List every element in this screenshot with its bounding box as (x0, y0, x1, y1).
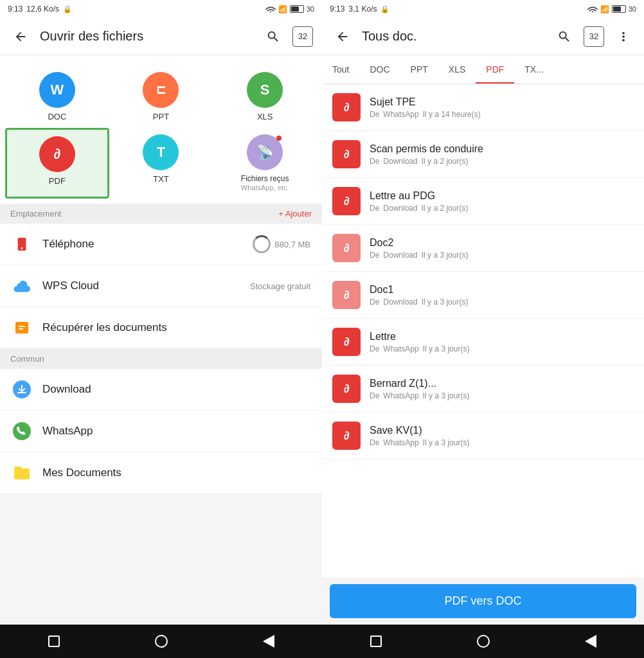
doc-name-5: Lettre (370, 331, 634, 342)
tab-txt[interactable]: TX... (514, 55, 554, 84)
tab-ppt[interactable]: PPT (400, 55, 438, 84)
storage-indicator (253, 235, 271, 253)
right-battery-icon (612, 5, 626, 13)
recuperer-name: Récupérer les documents (42, 321, 310, 334)
folder-icon (12, 463, 32, 483)
left-badge[interactable]: 32 (292, 26, 313, 47)
doc-source-0: WhatsApp (383, 110, 418, 119)
right-privacy-icon: 🔒 (380, 5, 389, 13)
convert-button[interactable]: PDF vers DOC (330, 584, 636, 618)
doc-source-label-7: De (370, 438, 379, 447)
right-panel: 9:13 3,1 Ko/s 🔒 📶 30 Tous doc. 32 (322, 0, 644, 658)
location-whatsapp[interactable]: WhatsApp (0, 411, 322, 452)
right-nav-home-button[interactable] (470, 628, 496, 654)
right-time: 9:13 (330, 4, 344, 13)
tab-pdf[interactable]: PDF (476, 55, 514, 84)
file-type-xls[interactable]: S XLS (213, 66, 317, 128)
file-type-pdf[interactable]: ∂ PDF (5, 128, 109, 199)
left-back-button[interactable] (9, 25, 32, 48)
file-type-doc[interactable]: W DOC (5, 66, 109, 128)
doc-item-5[interactable]: ∂ Lettre De WhatsApp Il y a 3 jour(s) (322, 319, 644, 366)
doc-source-5: WhatsApp (383, 344, 418, 353)
left-panel: 9:13 12,6 Ko/s 🔒 📶 30 Ouvrir des fichier… (0, 0, 322, 658)
doc-time-5: Il y a 3 jour(s) (423, 344, 470, 353)
location-download[interactable]: Download (0, 369, 322, 411)
tab-tout[interactable]: Tout (322, 55, 359, 84)
ppt-icon: ⊏ (143, 72, 179, 108)
doc-item-6[interactable]: ∂ Bernard Z(1)... De WhatsApp Il y a 3 j… (322, 366, 644, 413)
doc-item-0[interactable]: ∂ Sujet TPE De WhatsApp Il y a 14 heure(… (322, 84, 644, 131)
doc-item-2[interactable]: ∂ Lettre au PDG De Download Il y a 2 jou… (322, 178, 644, 225)
left-speed: 12,6 Ko/s (26, 4, 59, 13)
doc-meta-3: De Download Il y a 3 jour(s) (370, 251, 634, 260)
xls-icon: S (247, 72, 283, 108)
location-section-label: Emplacement (10, 209, 61, 218)
download-name: Download (42, 383, 310, 396)
file-type-txt[interactable]: T TXT (109, 128, 213, 199)
location-mesdocs[interactable]: Mes Documents (0, 452, 322, 494)
doc-source-3: Download (383, 251, 417, 260)
left-battery-label: 30 (307, 5, 314, 13)
doc-meta-2: De Download Il y a 2 jour(s) (370, 204, 634, 213)
tab-doc[interactable]: DOC (359, 55, 400, 84)
whatsapp-name: WhatsApp (42, 425, 310, 438)
pdf-icon: ∂ (39, 136, 75, 172)
right-back-button[interactable] (331, 25, 354, 48)
doc-item-1[interactable]: ∂ Scan permis de conduire De Download Il… (322, 131, 644, 178)
tabs-bar: Tout DOC PPT XLS PDF TX... (322, 55, 644, 84)
mesdocs-name: Mes Documents (42, 467, 310, 479)
file-type-ppt[interactable]: ⊏ PPT (109, 66, 213, 128)
doc-meta-7: De WhatsApp Il y a 3 jour(s) (370, 438, 634, 447)
location-recuperer[interactable]: Récupérer les documents (0, 307, 322, 349)
doc-item-4[interactable]: ∂ Doc1 De Download Il y a 3 jour(s) (322, 272, 644, 319)
right-badge[interactable]: 32 (584, 26, 604, 47)
add-location-button[interactable]: + Ajouter (278, 209, 312, 218)
right-search-button[interactable] (553, 25, 576, 48)
left-nav-home-button[interactable] (148, 628, 174, 654)
location-section-header: Emplacement + Ajouter (0, 204, 322, 224)
doc-name-4: Doc1 (370, 284, 634, 296)
right-nav-square-button[interactable] (363, 628, 389, 654)
left-nav-square-button[interactable] (41, 628, 67, 654)
square-icon (48, 636, 60, 647)
doc-pdf-icon-1: ∂ (332, 140, 361, 168)
right-signal-icon: 📶 (600, 5, 609, 13)
wpscloud-info: Stockage gratuit (250, 281, 310, 291)
doc-time-1: Il y a 2 jour(s) (422, 157, 469, 166)
received-dot (276, 136, 282, 141)
doc-time-3: Il y a 3 jour(s) (422, 251, 469, 260)
doc-source-7: WhatsApp (383, 438, 418, 447)
file-type-received[interactable]: 📡 Fichiers reçusWhatsApp, etc. (213, 128, 317, 199)
doc-meta-6: De WhatsApp Il y a 3 jour(s) (370, 391, 634, 400)
doc-item-3[interactable]: ∂ Doc2 De Download Il y a 3 jour(s) (322, 225, 644, 272)
doc-pdf-icon-2: ∂ (332, 187, 361, 215)
location-wpscloud[interactable]: WPS Cloud Stockage gratuit (0, 265, 322, 307)
right-nav-back-button[interactable] (578, 628, 604, 654)
doc-time-4: Il y a 3 jour(s) (422, 298, 469, 307)
doc-meta-4: De Download Il y a 3 jour(s) (370, 298, 634, 307)
doc-pdf-icon-5: ∂ (332, 328, 361, 356)
doc-source-label-4: De (370, 298, 379, 307)
right-speed: 3,1 Ko/s (348, 4, 377, 13)
left-privacy-icon: 🔒 (63, 5, 72, 13)
left-nav-back-button[interactable] (256, 628, 282, 654)
tab-xls[interactable]: XLS (438, 55, 476, 84)
svg-point-4 (13, 422, 31, 440)
xls-label: XLS (257, 112, 273, 121)
right-title: Tous doc. (362, 29, 545, 44)
right-more-button[interactable] (612, 25, 635, 48)
location-telephone[interactable]: Téléphone 880,7 MB (0, 224, 322, 265)
right-nav-bar (322, 625, 644, 658)
doc-name-7: Save KV(1) (370, 425, 634, 436)
left-wifi-icon (265, 4, 276, 14)
cloud-icon (12, 276, 32, 296)
doc-source-label-5: De (370, 344, 379, 353)
doc-meta-1: De Download Il y a 2 jour(s) (370, 157, 634, 166)
doc-name-2: Lettre au PDG (370, 190, 634, 202)
doc-pdf-icon-0: ∂ (332, 93, 361, 121)
doc-info-3: Doc2 De Download Il y a 3 jour(s) (370, 237, 634, 260)
ppt-label: PPT (153, 112, 169, 121)
doc-item-7[interactable]: ∂ Save KV(1) De WhatsApp Il y a 3 jour(s… (322, 413, 644, 459)
doc-info-5: Lettre De WhatsApp Il y a 3 jour(s) (370, 331, 634, 353)
left-search-button[interactable] (262, 25, 285, 48)
